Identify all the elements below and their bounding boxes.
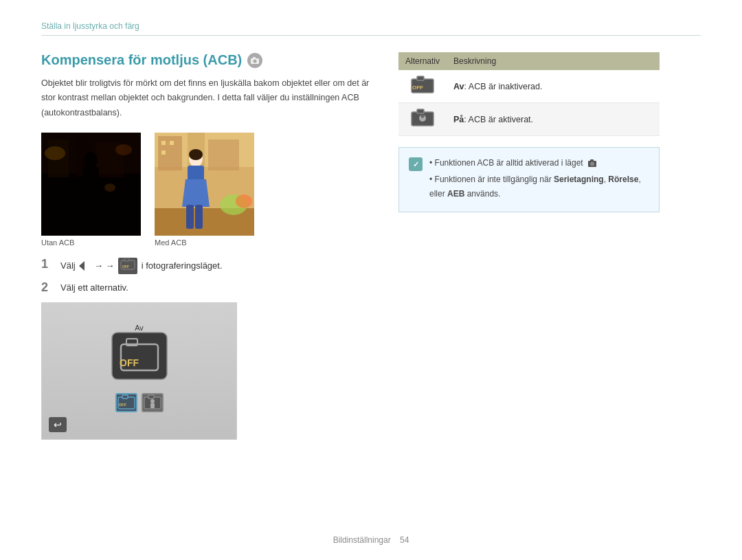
left-column: Kompensera för motljus (ACB) Objektet bl… (41, 52, 371, 440)
back-button[interactable]: ↩ (49, 417, 67, 432)
caption-with-acb: Med ACB (155, 238, 186, 247)
acb-off-label: Av (453, 82, 464, 91)
acb-label: Av (135, 324, 144, 332)
svg-rect-47 (150, 403, 155, 408)
page-container: Ställa in ljusstyrka och färg Kompensera… (0, 0, 742, 560)
svg-rect-22 (170, 141, 174, 145)
acb-big-icon: OFF (109, 329, 170, 385)
svg-rect-20 (208, 139, 239, 170)
page-footer: Bildinställningar 54 (0, 535, 742, 545)
table-cell-icon-on (398, 103, 447, 136)
svg-point-2 (254, 59, 257, 63)
breadcrumb-text: Ställa in ljusstyrka och färg (41, 21, 139, 31)
acb-option-off[interactable]: OFF (115, 393, 137, 412)
section-title: Kompensera för motljus (ACB) (41, 52, 371, 68)
svg-rect-11 (79, 205, 87, 229)
step-1-text: Välj → → OFF i fotografering (60, 258, 223, 274)
table-cell-icon-off: OFF (398, 70, 447, 103)
info-table: Alternativ Beskrivning OFF (398, 52, 660, 136)
table-header-alternativ: Alternativ (398, 52, 447, 70)
svg-rect-31 (195, 205, 203, 229)
photo-with-acb (155, 133, 254, 236)
image-comparison: Utan ACB (41, 133, 371, 247)
note-icon: ✓ (409, 157, 423, 171)
svg-rect-12 (88, 205, 96, 229)
note-bullet-1: Funktionen ACB är alltid aktiverad i läg… (429, 156, 649, 170)
table-row: På: ACB är aktiverat. (398, 103, 660, 136)
svg-point-14 (115, 144, 132, 155)
description-text: Objektet blir troligtvis för mörkt om de… (41, 76, 371, 120)
camera-mode-icon (247, 53, 262, 68)
camera-ui-mockup: Av OFF (41, 302, 237, 440)
acb-on-label: På (453, 115, 464, 124)
svg-point-54 (421, 115, 425, 118)
step-2-text: Välj ett alternativ. (60, 281, 128, 295)
svg-rect-23 (161, 150, 166, 155)
main-content: Kompensera för motljus (ACB) Objektet bl… (41, 52, 701, 440)
right-column: Alternativ Beskrivning OFF (398, 52, 660, 440)
svg-rect-52 (417, 109, 424, 113)
svg-marker-29 (182, 179, 210, 207)
svg-text:OFF: OFF (122, 265, 129, 269)
back-arrow-icon: ↩ (54, 419, 62, 430)
step-2: 2 Välj ett alternativ. (41, 281, 371, 295)
note-box: ✓ Funktionen ACB är alltid aktiverad i l… (398, 147, 660, 212)
svg-rect-42 (122, 395, 128, 399)
breadcrumb: Ställa in ljusstyrka och färg (41, 21, 701, 36)
svg-point-57 (590, 161, 594, 166)
step-1-number: 1 (41, 258, 55, 270)
section-title-text: Kompensera för motljus (ACB) (41, 52, 242, 68)
svg-rect-21 (161, 141, 166, 145)
caption-without-acb: Utan ACB (41, 238, 74, 247)
table-cell-desc-off: Av: ACB är inaktiverad. (447, 70, 660, 103)
camera-ui-inner: Av OFF (42, 303, 236, 439)
acb-option-on[interactable] (142, 393, 164, 412)
table-row: OFF Av: ACB är inaktiverad. (398, 70, 660, 103)
svg-text:OFF: OFF (412, 85, 423, 91)
svg-text:OFF: OFF (119, 403, 127, 407)
step-1: 1 Välj → → OFF (41, 258, 371, 274)
svg-point-32 (189, 149, 203, 160)
svg-text:OFF: OFF (120, 357, 139, 368)
image-block-right: Med ACB (155, 133, 254, 247)
svg-point-46 (150, 399, 155, 403)
step-2-number: 2 (41, 281, 55, 293)
svg-point-9 (84, 152, 98, 168)
steps-section: 1 Välj → → OFF (41, 258, 371, 295)
footer-text: Bildinställningar (333, 535, 391, 545)
svg-rect-45 (148, 395, 154, 399)
svg-rect-30 (186, 205, 194, 229)
svg-point-13 (45, 146, 65, 160)
svg-rect-49 (417, 76, 424, 80)
svg-rect-1 (253, 57, 256, 59)
table-header-beskrivning: Beskrivning (447, 52, 660, 70)
footer-page: 54 (400, 535, 409, 545)
photo-without-acb (41, 133, 141, 236)
note-content: Funktionen ACB är alltid aktiverad i läg… (429, 156, 649, 203)
svg-point-26 (236, 194, 252, 208)
table-cell-desc-on: På: ACB är aktiverat. (447, 103, 660, 136)
svg-rect-10 (82, 167, 99, 205)
svg-marker-33 (79, 261, 85, 271)
note-bullet-2: Funktionen är inte tillgänglig när Serie… (429, 172, 649, 201)
acb-icon-step: OFF (118, 258, 137, 274)
svg-rect-35 (124, 258, 129, 261)
svg-rect-56 (590, 159, 594, 161)
acb-small-icons: OFF (115, 393, 164, 412)
image-block-left: Utan ACB (41, 133, 141, 247)
svg-point-15 (104, 183, 115, 192)
acb-main-icon-area: OFF OFF (109, 329, 170, 412)
